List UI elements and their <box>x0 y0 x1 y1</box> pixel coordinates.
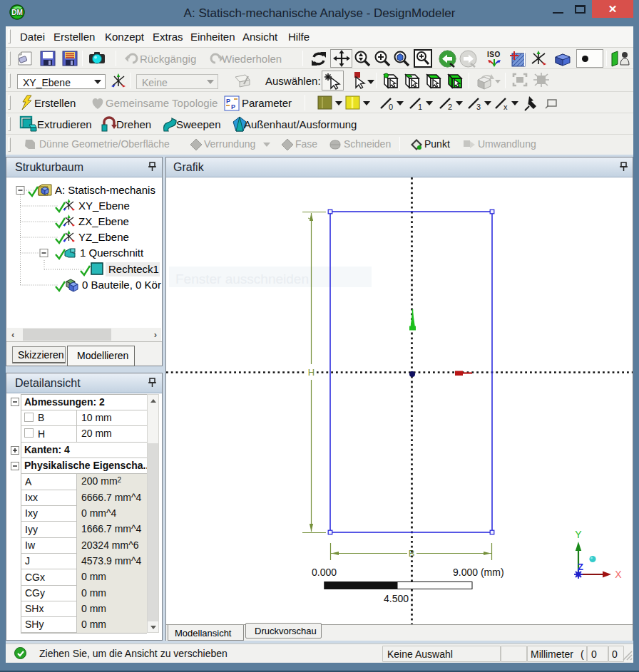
svg-text:9.000 (mm): 9.000 (mm) <box>453 567 504 578</box>
svg-text:4.500: 4.500 <box>384 593 409 604</box>
svg-text:P: P <box>231 103 235 110</box>
svg-text:0.000: 0.000 <box>312 567 337 578</box>
svg-text:Fenster ausschneiden: Fenster ausschneiden <box>175 272 309 286</box>
svg-text:DM: DM <box>11 9 23 16</box>
svg-text:Rechteck1: Rechteck1 <box>108 263 159 275</box>
svg-text:ISO: ISO <box>487 51 501 58</box>
svg-text:3: 3 <box>476 103 481 111</box>
svg-text:x: x <box>503 103 508 111</box>
svg-text:0 Bauteile, 0 Kör: 0 Bauteile, 0 Kör <box>82 279 161 291</box>
svg-text:X: X <box>615 569 622 580</box>
svg-text:0: 0 <box>389 103 393 111</box>
svg-text:YZ_Ebene: YZ_Ebene <box>78 231 129 243</box>
svg-text:1 Querschnitt: 1 Querschnitt <box>80 247 144 259</box>
svg-text:P: P <box>226 98 230 105</box>
svg-text:ZX_Ebene: ZX_Ebene <box>78 215 129 227</box>
svg-text:A: Statisch-mechanis: A: Statisch-mechanis <box>55 184 155 196</box>
svg-text:Y: Y <box>575 529 582 540</box>
svg-text:H: H <box>308 367 315 378</box>
svg-text:2: 2 <box>448 103 452 111</box>
svg-text:1: 1 <box>418 103 422 111</box>
svg-text:XY_Ebene: XY_Ebene <box>78 200 130 212</box>
